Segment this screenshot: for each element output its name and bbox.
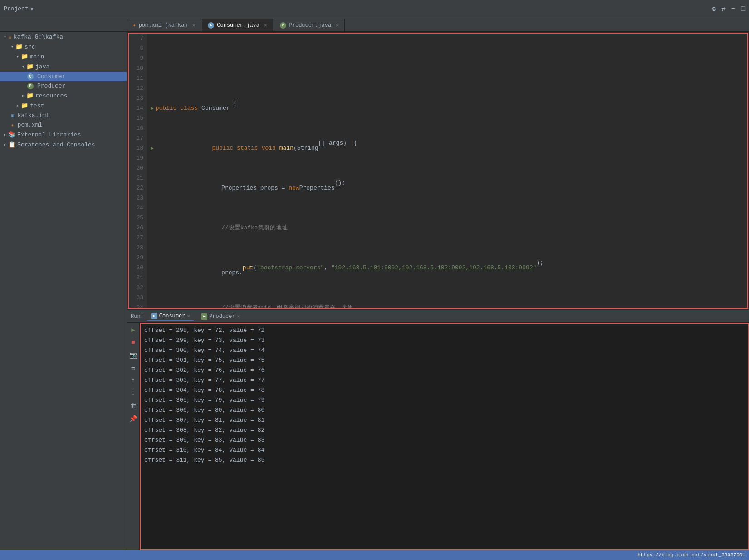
output-line-2: offset = 299, key = 73, value = 73 — [144, 336, 744, 346]
arrow-icon: ▾ — [4, 34, 6, 39]
run-consumer-close[interactable]: ✕ — [187, 313, 190, 319]
status-url[interactable]: https://blog.csdn.net/sinat_33087001 — [637, 552, 745, 558]
output-line-12: offset = 309, key = 83, value = 83 — [144, 435, 744, 445]
run-arrow-icon: ▶ — [151, 143, 154, 153]
sidebar-item-producer[interactable]: P Producer — [0, 81, 127, 91]
run-content-area: ▶ ■ 📷 ⇆ ↑ ↓ 🗑 📌 offset = 298, key = 72, … — [127, 323, 749, 550]
sidebar-item-kafka-iml[interactable]: ▣ kafka.iml — [0, 111, 127, 120]
stop-button[interactable]: ■ — [128, 337, 138, 347]
kafka-icon: ☕ — [8, 33, 12, 40]
output-line-13: offset = 310, key = 84, value = 84 — [144, 445, 744, 455]
run-label: Run: — [131, 313, 144, 320]
sidebar-src-label: src — [24, 44, 35, 50]
arrow-icon: ▾ — [16, 54, 19, 59]
code-line-9: ▶ public static void main(String[] args)… — [151, 143, 744, 153]
pin-button[interactable]: 📌 — [128, 414, 138, 424]
project-label[interactable]: Project ▾ — [4, 5, 34, 13]
keyword: public — [156, 103, 177, 113]
camera-button[interactable]: 📷 — [128, 350, 138, 360]
sidebar-item-test[interactable]: ▸ 📁 test — [0, 101, 127, 111]
arrow-icon: ▾ — [22, 64, 24, 69]
scroll-down-button[interactable]: ↓ — [128, 388, 138, 398]
tab-producer-java[interactable]: P Producer.java ✕ — [274, 19, 345, 31]
scratch-icon: 📋 — [8, 141, 15, 148]
wrap-button[interactable]: ⇆ — [128, 363, 138, 373]
sidebar-test-label: test — [30, 102, 44, 109]
sidebar-item-external-libs[interactable]: ▸ 📚 External Libraries — [0, 130, 127, 140]
sidebar-producer-label: Producer — [37, 83, 65, 89]
folder-icon: 📁 — [15, 43, 23, 50]
maximize-icon[interactable]: □ — [741, 5, 745, 13]
dropdown-icon[interactable]: ▾ — [30, 5, 34, 13]
scroll-up-button[interactable]: ↑ — [128, 375, 138, 385]
tab-consumer-close[interactable]: ✕ — [264, 22, 267, 28]
arrow-icon: ▸ — [4, 142, 6, 147]
project-text: Project — [4, 5, 29, 12]
code-editor[interactable]: 7 8 9 10 11 12 13 14 15 16 17 18 19 20 2… — [129, 34, 747, 308]
tab-producer-close[interactable]: ✕ — [336, 22, 339, 28]
method: main — [279, 143, 294, 153]
output-line-5: offset = 302, key = 76, value = 76 — [144, 365, 744, 375]
editor-area: 7 8 9 10 11 12 13 14 15 16 17 18 19 20 2… — [128, 33, 748, 309]
sidebar-item-main[interactable]: ▾ 📁 main — [0, 52, 127, 62]
keyword: class — [180, 103, 198, 113]
tab-bar: ✦ pom.xml (kafka) ✕ C Consumer.java ✕ P … — [0, 18, 749, 32]
run-consumer-label: Consumer — [159, 313, 186, 319]
sidebar-item-java[interactable]: ▾ 📁 java — [0, 62, 127, 72]
sidebar-item-scratches[interactable]: ▸ 📋 Scratches and Consoles — [0, 140, 127, 150]
consumer-file-icon: C — [27, 73, 34, 80]
sidebar-external-libs-label: External Libraries — [17, 131, 81, 138]
run-arrow-icon: ▶ — [151, 103, 154, 113]
tab-pom-label: pom.xml (kafka) — [139, 22, 188, 29]
sidebar: ▾ ☕ kafka G:\kafka ▾ 📁 src ▾ 📁 main ▾ 📁 … — [0, 32, 127, 550]
output-line-7: offset = 304, key = 78, value = 78 — [144, 385, 744, 395]
classname: String — [297, 143, 318, 153]
run-panel: Run: ▶ Consumer ✕ ▶ Producer ✕ ▶ ■ — [127, 310, 749, 550]
sidebar-item-src[interactable]: ▾ 📁 src — [0, 42, 127, 52]
run-consumer-icon: ▶ — [151, 313, 157, 319]
output-line-4: offset = 301, key = 75, value = 75 — [144, 355, 744, 365]
folder-icon: 📁 — [26, 63, 34, 70]
sidebar-item-resources[interactable]: ▸ 📁 resources — [0, 91, 127, 101]
output-line-10: offset = 307, key = 81, value = 81 — [144, 415, 744, 425]
toolbar: Project ▾ ⊕ ⇄ − □ — [0, 0, 749, 18]
run-output[interactable]: offset = 298, key = 72, value = 72 offse… — [140, 323, 749, 550]
tab-pom-xml[interactable]: ✦ pom.xml (kafka) ✕ — [127, 19, 201, 31]
rerun-button[interactable]: ▶ — [128, 325, 138, 335]
tab-producer-label: Producer.java — [289, 22, 332, 29]
output-line-9: offset = 306, key = 80, value = 80 — [144, 405, 744, 415]
classname: Consumer — [201, 103, 230, 113]
sidebar-scratches-label: Scratches and Consoles — [17, 141, 95, 148]
code-line-8: ▶ public class Consumer { — [151, 103, 744, 113]
code-line-12: props.put("bootstrap.servers", "192.168.… — [151, 263, 744, 273]
tab-pom-close[interactable]: ✕ — [192, 22, 196, 28]
new-window-icon[interactable]: ⊕ — [712, 5, 716, 14]
output-line-3: offset = 300, key = 74, value = 74 — [144, 346, 744, 355]
run-producer-label: Producer — [209, 313, 235, 320]
minimize-icon[interactable]: − — [731, 5, 736, 13]
output-line-11: offset = 308, key = 82, value = 82 — [144, 425, 744, 435]
folder-icon: 📁 — [26, 92, 34, 99]
run-producer-close[interactable]: ✕ — [237, 313, 240, 319]
output-line-8: offset = 305, key = 79, value = 79 — [144, 395, 744, 405]
sidebar-java-label: java — [35, 63, 49, 70]
run-tab-consumer[interactable]: ▶ Consumer ✕ — [147, 312, 194, 321]
folder-icon: 📁 — [21, 53, 28, 60]
sidebar-item-consumer[interactable]: C Consumer — [0, 72, 127, 81]
keyword: void — [262, 143, 276, 153]
code-line-10: Properties props = new Properties(); — [151, 183, 744, 193]
keyword: static — [237, 143, 258, 153]
arrow-icon: ▸ — [22, 93, 24, 98]
sidebar-item-pom-xml[interactable]: ✦ pom.xml — [0, 120, 127, 130]
code-line-13: //设置消费者组id，组名字相同的消费者在一个组 — [151, 303, 744, 308]
sidebar-item-kafka[interactable]: ▾ ☕ kafka G:\kafka — [0, 32, 127, 42]
output-line-14: offset = 311, key = 85, value = 85 — [144, 455, 744, 465]
trash-button[interactable]: 🗑 — [128, 401, 138, 411]
arrow-icon: ▸ — [16, 103, 19, 108]
sidebar-resources-label: resources — [35, 93, 67, 99]
run-tab-producer[interactable]: ▶ Producer ✕ — [197, 312, 244, 321]
tab-producer-icon: P — [280, 22, 286, 29]
swap-icon[interactable]: ⇄ — [721, 5, 726, 14]
tab-consumer-java[interactable]: C Consumer.java ✕ — [202, 19, 273, 31]
output-line-1: offset = 298, key = 72, value = 72 — [144, 326, 744, 336]
